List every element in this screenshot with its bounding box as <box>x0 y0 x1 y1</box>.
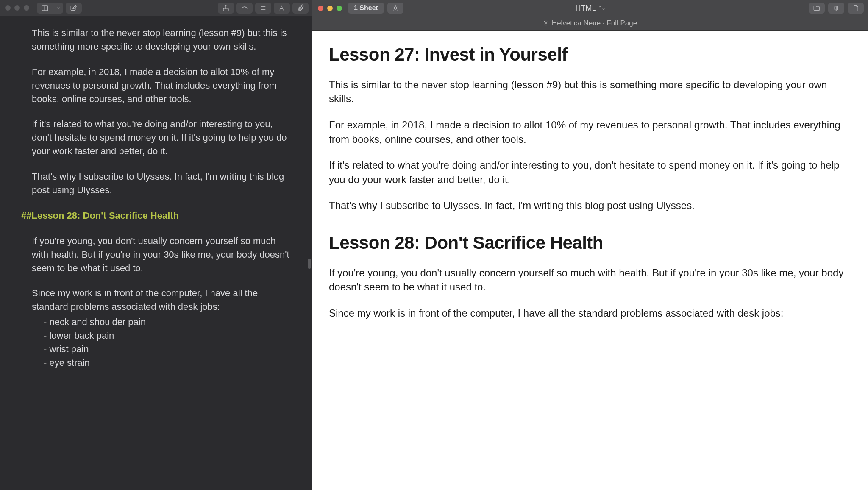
editor-paragraph[interactable]: That's why I subscribe to Ulysses. In fa… <box>32 170 291 197</box>
share-button[interactable] <box>218 3 234 14</box>
preview-heading: Lesson 27: Invest in Yourself <box>329 42 851 67</box>
editor-list-item[interactable]: - lower back pain <box>32 329 291 342</box>
svg-rect-0 <box>42 6 48 11</box>
editor-list-item[interactable]: - wrist pain <box>32 342 291 356</box>
sidebar-menu-button[interactable] <box>53 3 63 14</box>
export-folder-button[interactable] <box>809 3 825 14</box>
minimize-window[interactable] <box>327 6 333 11</box>
sidebar-icon <box>41 4 49 12</box>
list-item-text: neck and shoulder pain <box>49 317 146 327</box>
editor-content[interactable]: This is similar to the never stop learni… <box>0 16 312 490</box>
editor-pane: This is similar to the never stop learni… <box>0 0 312 490</box>
typography-button[interactable] <box>274 3 290 14</box>
minimize-window[interactable] <box>14 5 20 11</box>
preview-paragraph: That's why I subscribe to Ulysses. In fa… <box>329 198 851 213</box>
preview-style-label: Helvetica Neue · Full Page <box>552 19 637 28</box>
sheet-count-button[interactable]: 1 Sheet <box>348 3 384 14</box>
page-icon <box>852 4 860 12</box>
list-marker: - <box>44 330 47 341</box>
zoom-window[interactable] <box>24 5 29 11</box>
list-marker: - <box>44 344 47 354</box>
preview-content: Lesson 27: Invest in Yourself This is si… <box>312 31 868 490</box>
list-icon <box>259 4 267 12</box>
preview-pane: 1 Sheet HTML ⌃⌄ Helvetica Neue · Full Pa… <box>312 0 868 490</box>
svg-line-15 <box>393 6 394 6</box>
preview-paragraph: For example, in 2018, I made a decision … <box>329 118 851 146</box>
preview-toolbar: 1 Sheet HTML ⌃⌄ <box>312 0 868 16</box>
export-page-button[interactable] <box>848 3 864 14</box>
scrollbar-thumb[interactable] <box>308 259 311 269</box>
list-item-text: eye strain <box>49 357 89 368</box>
share-icon <box>222 4 230 12</box>
editor-list-item[interactable]: - eye strain <box>32 356 291 370</box>
svg-line-4 <box>245 7 246 9</box>
svg-line-18 <box>397 6 398 6</box>
list-marker: - <box>44 317 47 327</box>
appearance-button[interactable] <box>387 3 403 14</box>
editor-paragraph[interactable]: This is similar to the never stop learni… <box>32 26 291 53</box>
sidebar-toggle-button[interactable] <box>37 3 53 14</box>
preview-heading: Lesson 28: Don't Sacrifice Health <box>329 231 851 256</box>
app-icon <box>832 4 840 12</box>
svg-point-10 <box>394 7 397 9</box>
svg-line-17 <box>393 10 394 10</box>
chevron-down-icon <box>56 6 61 11</box>
updown-icon: ⌃⌄ <box>598 5 605 11</box>
attachments-button[interactable] <box>292 3 309 14</box>
list-item-text: lower back pain <box>49 330 114 341</box>
editor-paragraph[interactable]: If you're young, you don't usually conce… <box>32 234 291 275</box>
sun-icon <box>392 4 399 12</box>
compose-button[interactable] <box>66 3 82 14</box>
paperclip-icon <box>297 4 304 12</box>
gear-icon <box>543 20 549 26</box>
preview-paragraph: If you're young, you don't usually conce… <box>329 266 851 294</box>
list-marker: - <box>44 357 47 368</box>
preview-format-selector[interactable]: HTML ⌃⌄ <box>576 4 605 13</box>
editor-paragraph[interactable]: Since my work is in front of the compute… <box>32 287 291 314</box>
folder-icon <box>813 4 821 12</box>
editor-list-item[interactable]: - neck and shoulder pain <box>32 315 291 329</box>
svg-point-20 <box>545 22 547 24</box>
zoom-window[interactable] <box>337 6 342 11</box>
svg-line-16 <box>397 10 398 10</box>
format-label: HTML <box>576 4 596 13</box>
window-controls-active <box>318 6 342 11</box>
close-window[interactable] <box>5 5 11 11</box>
editor-paragraph[interactable]: If it's related to what you're doing and… <box>32 117 291 158</box>
font-icon <box>278 4 286 12</box>
preview-paragraph: This is similar to the never stop learni… <box>329 78 851 106</box>
preview-paragraph: Since my work is in front of the compute… <box>329 306 851 320</box>
preview-subbar[interactable]: Helvetica Neue · Full Page <box>312 16 868 31</box>
editor-heading-marker[interactable]: ##Lesson 28: Don't Sacrifice Health <box>21 209 291 223</box>
export-app-button[interactable] <box>828 3 844 14</box>
editor-toolbar <box>0 0 312 16</box>
gauge-icon <box>241 4 248 12</box>
editor-scrollbar[interactable] <box>307 0 311 490</box>
editor-paragraph[interactable]: For example, in 2018, I made a decision … <box>32 65 291 106</box>
compose-icon <box>70 4 78 12</box>
preview-paragraph: If it's related to what you're doing and… <box>329 158 851 187</box>
window-controls-inactive <box>5 5 29 11</box>
close-window[interactable] <box>318 6 323 11</box>
list-item-text: wrist pain <box>49 344 89 354</box>
statistics-button[interactable] <box>236 3 253 14</box>
navigation-button[interactable] <box>255 3 271 14</box>
